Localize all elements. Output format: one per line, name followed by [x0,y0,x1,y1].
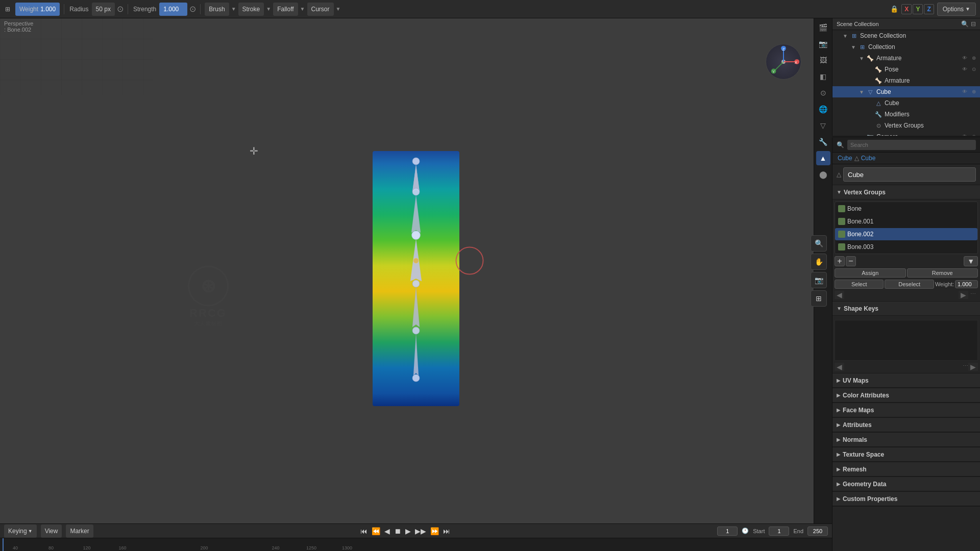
radius-value[interactable]: 50 px [92,3,115,16]
vgroup-bone001[interactable]: Bone.001 [835,215,977,228]
material-btn[interactable]: ⬤ [816,167,830,182]
outliner-item-pose[interactable]: 🦴 Pose 👁 ⊙ [832,64,980,75]
vgroup-bone003[interactable]: Bone.003 [835,241,977,253]
view-layer-btn[interactable]: ◧ [816,69,830,84]
modifier-btn[interactable]: 🔧 [816,135,830,149]
timeline-ruler[interactable]: 40 80 120 160 200 240 1250 1300 [0,538,832,551]
sk-scroll-left[interactable]: ◀ [835,363,844,371]
face-maps-header[interactable]: ▶ Face Maps [832,403,980,417]
z-axis-btn[interactable]: Z [924,4,934,14]
world-btn[interactable]: 🌐 [816,102,830,116]
stop-btn[interactable]: ⏹ [393,526,402,536]
falloff-btn[interactable]: Falloff [273,3,298,16]
zoom-in-btn[interactable]: 🔍 [811,235,827,252]
play-btn[interactable]: ▶ [404,526,412,536]
properties-search-input[interactable] [847,140,976,150]
shape-keys-header[interactable]: ▼ Shape Keys [832,302,980,316]
vgroup-bone002[interactable]: Bone.002 [835,228,977,240]
viewport[interactable]: ⊛ RRCG 大人素材初 [0,18,832,523]
select-btn[interactable]: Select [835,280,884,289]
weight-value[interactable]: Weight 1.000 [15,3,60,16]
start-frame-input[interactable] [769,527,789,536]
jump-end-btn[interactable]: ⏭ [442,526,451,536]
camera-eye-icon[interactable]: 👁 [961,133,969,136]
prev-keyframe-btn[interactable]: ⏪ [371,526,381,536]
output-icon-btn[interactable]: 🖼 [816,53,830,67]
y-axis-btn[interactable]: Y [913,4,923,14]
camera-view-btn[interactable]: 📷 [811,272,827,288]
render-icon-btn[interactable]: 📷 [816,37,830,51]
cursor-icon2[interactable]: ⊕ [970,54,978,62]
outliner-item-armature[interactable]: ▼ 🦴 Armature 👁 ⊕ [832,53,980,64]
grid-view-btn[interactable]: ⊞ [811,290,827,307]
pose-prop-icon[interactable]: ⊙ [970,65,978,73]
eye-icon[interactable]: 👁 [961,54,969,62]
outliner-item-scene-collection[interactable]: ▼ ⊞ Scene Collection [832,30,980,41]
radius-icon[interactable]: ⊙ [117,4,124,14]
remesh-header[interactable]: ▶ Remesh [832,462,980,477]
cursor-btn[interactable]: Cursor [307,3,334,16]
sk-scroll-right[interactable]: ▶ [968,363,978,371]
vgroup-remove-btn[interactable]: − [846,256,856,266]
current-frame-input[interactable] [717,527,738,536]
outliner-filter-icon[interactable]: ⊟ [971,20,976,28]
next-keyframe-btn[interactable]: ⏩ [429,526,440,536]
remove-btn[interactable]: Remove [907,268,978,278]
outliner-item-cube-mesh[interactable]: △ Cube [832,97,980,109]
cube-eye-icon[interactable]: 👁 [961,88,969,96]
strength-value[interactable]: 1.000 [159,3,187,16]
brush-arrow: ▼ [231,6,236,12]
view-btn[interactable]: View [41,524,62,538]
mesh-data-btn[interactable]: ▲ [816,151,830,165]
scene-icon-btn[interactable]: 🎬 [816,20,830,35]
clock-icon: 🕐 [742,528,749,534]
stroke-btn[interactable]: Stroke [238,3,264,16]
assign-btn[interactable]: Assign [835,268,906,278]
vertex-groups-header[interactable]: ▼ Vertex Groups [832,185,980,199]
outliner-item-modifiers[interactable]: 🔧 Modifiers [832,109,980,120]
sep3 [200,4,201,14]
marker-btn[interactable]: Marker [66,524,93,538]
vgroup-options-btn[interactable]: ▼ [964,256,978,266]
outliner-item-vertex-groups[interactable]: ⊙ Vertex Groups [832,120,980,131]
hand-tool-btn[interactable]: ✋ [811,254,827,270]
outliner-item-collection[interactable]: ▼ ⊞ Collection [832,41,980,53]
weight-input[interactable] [955,280,978,288]
custom-properties-header[interactable]: ▶ Custom Properties [832,492,980,506]
nav-circle[interactable]: X Y Z [766,44,801,80]
normals-header[interactable]: ▶ Normals [832,433,980,447]
x-axis-btn[interactable]: X [901,4,912,14]
step-fwd-btn[interactable]: ▶▶ [414,526,427,536]
vgroup-bone[interactable]: Bone [835,203,977,215]
attributes-header[interactable]: ▶ Attributes [832,418,980,432]
outliner-search-icon[interactable]: 🔍 [961,20,969,28]
outliner-item-armature-data[interactable]: 🦴 Armature [832,75,980,86]
vgroup-add-btn[interactable]: + [835,256,845,266]
scroll-right-btn[interactable]: ▶ [959,291,968,299]
pose-eye-icon[interactable]: 👁 [961,65,969,73]
keying-btn[interactable]: Keying ▼ [4,524,37,538]
jump-start-btn[interactable]: ⏮ [359,526,369,536]
deselect-btn[interactable]: Deselect [885,280,934,289]
geometry-data-header[interactable]: ▶ Geometry Data [832,477,980,491]
scroll-left-btn[interactable]: ◀ [835,291,844,299]
breadcrumb-start[interactable]: Cube [838,155,852,162]
camera-prop-icon[interactable]: ⊙ [970,133,978,136]
scene-props-btn[interactable]: ⊙ [816,86,830,100]
brush-btn[interactable]: Brush [205,3,229,16]
outliner-item-cube-obj[interactable]: ▼ ▽ Cube 👁 ⊕ [832,86,980,97]
color-attributes-header[interactable]: ▶ Color Attributes [832,388,980,403]
breadcrumb-end[interactable]: Cube [861,155,876,162]
texture-space-header[interactable]: ▶ Texture Space [832,447,980,462]
uv-maps-header[interactable]: ▶ UV Maps [832,373,980,388]
end-frame-input[interactable] [807,527,828,536]
object-name-field[interactable]: Cube [843,167,976,182]
outliner-item-camera[interactable]: 📷 Camera 👁 ⊙ [832,131,980,136]
step-back-btn[interactable]: ◀ [383,526,391,536]
strength-icon[interactable]: ⊙ [189,4,196,14]
geometry-data-section: ▶ Geometry Data [832,477,980,492]
nav-gizmo[interactable]: X Y Z [766,44,806,85]
options-btn[interactable]: Options ▼ [937,3,976,16]
cube-sel-icon[interactable]: ⊕ [970,88,978,96]
object-props-btn[interactable]: ▽ [816,118,830,133]
